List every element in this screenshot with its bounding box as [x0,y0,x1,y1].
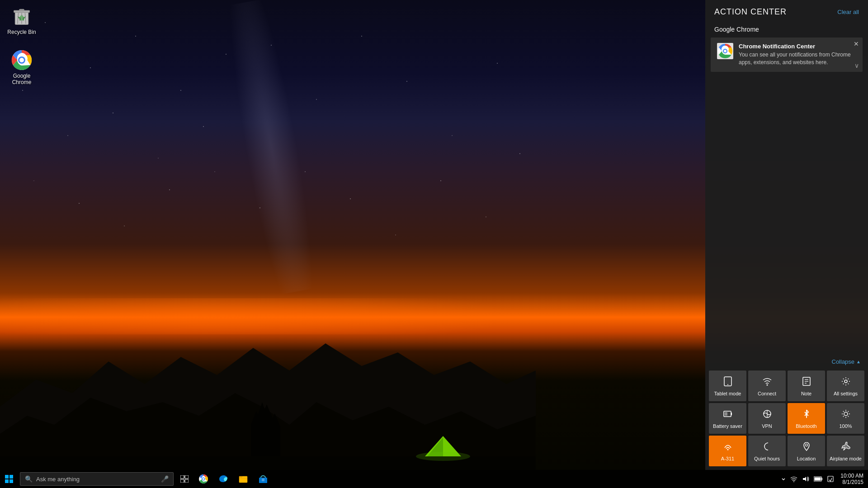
qa-location[interactable]: Location [788,436,825,466]
qa-note[interactable]: Note [788,371,825,401]
taskbar-edge[interactable] [213,470,233,488]
taskbar: 🔍 Ask me anything 🎤 [0,470,868,488]
notif-content: Chrome Notification Center You can see a… [739,43,856,66]
airplane-icon [841,441,851,454]
brightness-icon [841,409,851,421]
svg-point-27 [766,385,768,386]
taskbar-chrome-icon [198,474,208,484]
notif-body: You can see all your notifications from … [739,51,856,66]
clock-date: 8/1/2015 [842,479,863,485]
qa-quiet-hours[interactable]: Quiet hours [748,436,786,466]
notif-close-button[interactable]: ✕ [854,40,859,47]
qa-connect-label: Connect [758,391,776,396]
svg-rect-35 [725,412,727,416]
search-icon: 🔍 [25,475,33,483]
start-button[interactable] [0,470,18,488]
windows-logo-icon [5,475,13,483]
qa-airplane-label: Airplane mode [830,456,862,461]
system-clock[interactable]: 10:00 AM 8/1/2015 [836,470,868,488]
qa-airplane[interactable]: Airplane mode [827,436,864,466]
taskbar-explorer[interactable] [233,470,253,488]
svg-point-38 [844,412,848,416]
recycle-bin-label: Recycle Bin [7,29,36,35]
qa-brightness[interactable]: 100% [827,403,864,434]
collapse-row: Collapse ▲ [705,355,868,369]
mic-icon: 🎤 [161,475,169,483]
qa-connect[interactable]: Connect [748,371,786,401]
svg-point-32 [844,380,847,383]
qa-settings-label: All settings [834,391,858,396]
ac-spacer [705,74,868,355]
notification-card: Chrome Notification Center You can see a… [711,38,863,72]
clear-all-button[interactable]: Clear all [837,9,859,15]
qa-vpn-label: VPN [762,423,772,429]
search-placeholder: Ask me anything [36,476,80,483]
vpn-icon [762,409,772,421]
svg-rect-46 [185,475,189,479]
qa-a311[interactable]: A-311 [709,436,746,466]
chrome-desktop-icon[interactable]: Google Chrome [4,47,40,88]
clock-time: 10:00 AM [840,473,863,479]
qa-battery-label: Battery saver [713,423,742,429]
qa-vpn[interactable]: VPN [748,403,786,434]
tray-battery[interactable] [811,470,825,488]
action-center-header: ACTION CENTER Clear all [705,0,868,21]
qa-quiet-hours-label: Quiet hours [754,456,780,461]
chrome-desktop-label: Google Chrome [5,73,38,86]
svg-rect-43 [5,479,9,483]
taskbar-chrome[interactable] [193,470,213,488]
action-center-title: ACTION CENTER [714,7,787,17]
svg-point-9 [416,452,470,461]
notif-chrome-icon [717,43,733,59]
connect-icon [762,376,772,389]
svg-rect-56 [262,479,264,481]
notif-expand-icon[interactable]: ∨ [854,62,859,69]
qa-battery-saver[interactable]: Battery saver [709,403,746,434]
location-icon [802,441,811,454]
battery-saver-icon [723,409,733,421]
qa-tablet-mode[interactable]: Tablet mode [709,371,746,401]
taskbar-explorer-icon [238,474,248,484]
task-view-icon [180,475,189,483]
svg-point-26 [727,384,728,385]
svg-rect-47 [180,479,184,483]
notif-title: Chrome Notification Center [739,43,856,50]
qa-bluetooth[interactable]: Bluetooth [788,403,825,434]
system-tray: 10:00 AM 8/1/2015 [779,470,868,488]
svg-rect-60 [815,478,821,481]
tray-chevron[interactable] [779,470,788,488]
quiet-hours-icon [762,441,772,454]
svg-point-39 [727,449,728,450]
svg-rect-34 [731,413,732,415]
tray-action-center-toggle[interactable] [825,470,836,488]
tablet-mode-icon [723,376,733,389]
action-center-icon [827,476,834,482]
bluetooth-icon [802,409,811,421]
action-center-panel: ACTION CENTER Clear all Google Chrome Ch… [705,0,868,470]
quick-actions-grid: Tablet mode Connect [705,369,868,470]
recycle-bin-icon[interactable]: Recycle Bin [4,4,40,37]
tray-volume[interactable] [800,470,811,488]
recycle-bin-svg [11,5,33,27]
tray-network[interactable] [788,470,800,488]
svg-rect-45 [180,475,184,479]
qa-all-settings[interactable]: All settings [827,371,864,401]
svg-point-19 [19,58,24,62]
notif-group-chrome: Google Chrome [705,21,868,36]
svg-rect-59 [821,478,822,480]
qa-bluetooth-label: Bluetooth [796,423,816,429]
qa-location-label: Location [797,456,816,461]
qa-a311-label: A-311 [721,456,734,461]
svg-point-40 [805,444,807,446]
search-bar[interactable]: 🔍 Ask me anything 🎤 [20,472,174,486]
svg-rect-44 [9,479,13,483]
svg-point-57 [793,481,794,482]
task-view-button[interactable] [175,470,193,488]
qa-brightness-label: 100% [839,423,852,429]
taskbar-store[interactable] [253,470,273,488]
collapse-button[interactable]: Collapse ▲ [832,358,861,365]
collapse-chevron: ▲ [856,359,861,364]
tray-expand-icon [781,477,786,481]
qa-tablet-label: Tablet mode [714,391,741,396]
network-icon [790,476,797,482]
